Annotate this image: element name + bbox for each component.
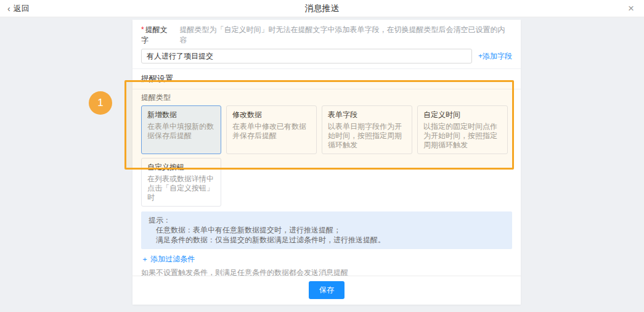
option-title: 新增数据 xyxy=(147,110,215,120)
option-title: 修改数据 xyxy=(232,110,311,120)
annotation-step-badge: 1 xyxy=(89,91,112,115)
page-title: 消息推送 xyxy=(0,3,644,14)
reminder-text-section: *提醒文字 提醒类型为「自定义时间」时无法在提醒文字中添加表单字段，在切换提醒类… xyxy=(132,20,521,68)
tip-line: 满足条件的数据：仅当提交的新数据满足过滤条件时，进行推送提醒。 xyxy=(149,235,505,245)
option-title: 自定义按钮 xyxy=(147,162,215,173)
option-card-form-field[interactable]: 表单字段 以表单日期字段作为开始时间，按照指定周期循环触发 xyxy=(322,105,412,154)
save-button[interactable]: 保存 xyxy=(309,281,344,299)
back-button[interactable]: ‹ 返回 xyxy=(7,3,30,14)
reminder-type-options: 新增数据 在表单中填报新的数据保存后提醒 修改数据 在表单中修改已有数据并保存后… xyxy=(141,105,512,207)
reminder-type-label: 提醒类型 xyxy=(141,92,512,103)
page-background: *提醒文字 提醒类型为「自定义时间」时无法在提醒文字中添加表单字段，在切换提醒类… xyxy=(0,17,644,312)
option-desc: 在表单中填报新的数据保存后提醒 xyxy=(147,122,215,141)
option-card-modify-data[interactable]: 修改数据 在表单中修改已有数据并保存后提醒 xyxy=(226,105,317,154)
settings-card: *提醒文字 提醒类型为「自定义时间」时无法在提醒文字中添加表单字段，在切换提醒类… xyxy=(132,20,521,305)
top-bar: ‹ 返回 消息推送 × xyxy=(0,0,644,17)
add-field-link[interactable]: +添加字段 xyxy=(478,51,512,62)
option-title: 表单字段 xyxy=(328,110,406,120)
required-asterisk: * xyxy=(141,25,144,34)
option-title: 自定义时间 xyxy=(423,110,502,120)
add-filter-link[interactable]: ＋ 添加过滤条件 xyxy=(141,255,195,263)
back-label: 返回 xyxy=(14,3,30,14)
option-desc: 在列表或数据详情中点击「自定义按钮」时 xyxy=(147,174,215,202)
option-card-custom-button[interactable]: 自定义按钮 在列表或数据详情中点击「自定义按钮」时 xyxy=(141,158,221,207)
option-desc: 以表单日期字段作为开始时间，按照指定周期循环触发 xyxy=(328,122,406,150)
tip-line: 任意数据：表单中有任意新数据提交时，进行推送提醒； xyxy=(149,225,505,235)
close-icon[interactable]: × xyxy=(626,3,637,14)
reminder-text-input[interactable] xyxy=(141,49,472,64)
reminder-text-label: *提醒文字 xyxy=(141,25,175,46)
option-desc: 以指定的固定时间点作为开始时间，按照指定周期循环触发 xyxy=(423,122,502,150)
add-filter-row: ＋ 添加过滤条件 xyxy=(141,254,512,265)
reminder-text-hint: 提醒类型为「自定义时间」时无法在提醒文字中添加表单字段，在切换提醒类型后会清空已… xyxy=(180,25,512,46)
tip-box: 提示： 任意数据：表单中有任意新数据提交时，进行推送提醒； 满足条件的数据：仅当… xyxy=(141,211,512,249)
option-card-custom-time[interactable]: 自定义时间 以指定的固定时间点作为开始时间，按照指定周期循环触发 xyxy=(417,105,508,154)
option-card-new-data[interactable]: 新增数据 在表单中填报新的数据保存后提醒 xyxy=(141,105,221,154)
settings-section-header: 提醒设置 xyxy=(132,68,521,89)
tip-title: 提示： xyxy=(149,215,505,225)
option-desc: 在表单中修改已有数据并保存后提醒 xyxy=(232,122,311,141)
back-chevron-icon: ‹ xyxy=(7,4,10,13)
footer-bar: 保存 xyxy=(132,276,521,305)
